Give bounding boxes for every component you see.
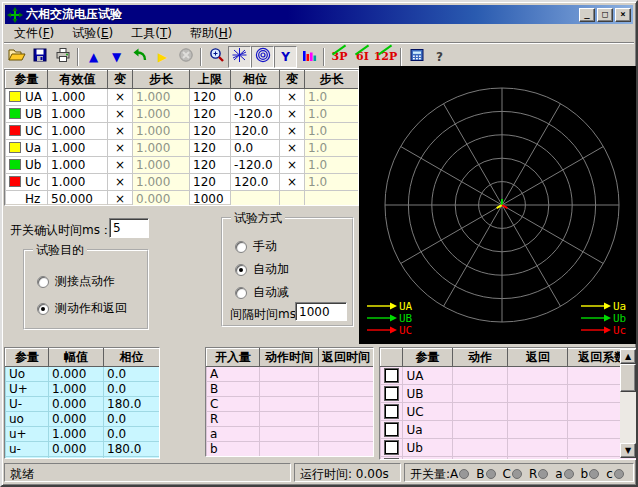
param-name-cell[interactable]: Ub [6, 157, 48, 174]
result-cell[interactable]: UC [403, 403, 452, 421]
radio-option[interactable]: 自动加 [235, 261, 289, 278]
param-cell[interactable]: 1.000 [48, 123, 108, 140]
result-cell[interactable]: UA [403, 367, 452, 385]
input-cell[interactable]: b [207, 442, 260, 457]
seq-cell[interactable]: 0.0 [104, 382, 160, 397]
result-cell[interactable]: Ua [403, 421, 452, 439]
seq-cell[interactable] [49, 457, 104, 460]
circle-view-button[interactable] [251, 46, 274, 68]
seq-cell[interactable] [6, 457, 49, 460]
param-cell[interactable]: 1.000 [48, 174, 108, 191]
param-name-cell[interactable]: UA [6, 89, 48, 106]
param-cell[interactable]: × [280, 140, 305, 157]
seq-cell[interactable]: 0.000 [49, 412, 104, 427]
seq-cell[interactable]: U+ [6, 382, 49, 397]
result-check-cell[interactable] [381, 439, 403, 457]
seq-cell[interactable]: 0.0 [104, 367, 160, 382]
param-cell[interactable]: 1.0 [305, 157, 359, 174]
param-cell[interactable]: × [108, 106, 133, 123]
radio-button[interactable] [37, 303, 49, 315]
result-cell[interactable]: Uc [403, 457, 452, 461]
input-cell[interactable]: C [207, 397, 260, 412]
param-cell[interactable]: 1.000 [133, 106, 190, 123]
input-cell[interactable] [319, 382, 374, 397]
input-cell[interactable] [260, 427, 319, 442]
param-cell[interactable]: × [108, 174, 133, 191]
param-cell[interactable] [231, 191, 280, 207]
result-cell[interactable] [508, 385, 568, 403]
radio-option[interactable]: 手动 [235, 238, 277, 255]
param-cell[interactable]: 120 [190, 106, 231, 123]
input-cell[interactable]: c [207, 457, 260, 458]
seq-cell[interactable]: 0.000 [49, 442, 104, 457]
param-cell[interactable]: -120.0 [231, 157, 280, 174]
param-cell[interactable]: 1000 [190, 191, 231, 207]
result-scrollbar[interactable]: ▲▼ [620, 349, 636, 458]
result-cell[interactable] [452, 403, 508, 421]
param-cell[interactable]: 50.000 [48, 191, 108, 207]
input-cell[interactable] [319, 442, 374, 457]
param-cell[interactable]: 120.0 [231, 123, 280, 140]
param-cell[interactable]: × [108, 123, 133, 140]
param-cell[interactable]: 0.0 [231, 140, 280, 157]
input-cell[interactable]: A [207, 367, 260, 382]
input-cell[interactable] [319, 427, 374, 442]
param-cell[interactable]: × [280, 89, 305, 106]
result-scroll-down[interactable]: ▼ [620, 443, 636, 458]
seq-cell[interactable]: 0.000 [49, 367, 104, 382]
param-cell[interactable]: 120.0 [231, 174, 280, 191]
input-cell[interactable]: R [207, 412, 260, 427]
param-cell[interactable]: 1.000 [133, 123, 190, 140]
radio-button[interactable] [235, 287, 247, 299]
input-cell[interactable] [260, 442, 319, 457]
result-cell[interactable] [452, 367, 508, 385]
param-cell[interactable]: × [108, 140, 133, 157]
param-name-cell[interactable]: UB [6, 106, 48, 123]
param-cell[interactable]: × [108, 89, 133, 106]
param-cell[interactable]: × [108, 157, 133, 174]
result-cell[interactable] [508, 439, 568, 457]
result-checkbox[interactable] [385, 405, 398, 418]
param-cell[interactable]: 1.0 [305, 140, 359, 157]
param-cell[interactable]: 1.000 [48, 106, 108, 123]
input-cell[interactable] [260, 457, 319, 458]
param-cell[interactable]: 0.0 [231, 89, 280, 106]
result-check-cell[interactable] [381, 421, 403, 439]
help-button[interactable]: ? [428, 46, 451, 68]
param-cell[interactable]: -120.0 [231, 106, 280, 123]
result-check-cell[interactable] [381, 367, 403, 385]
input-cell[interactable] [319, 367, 374, 382]
result-cell[interactable] [452, 385, 508, 403]
param-cell[interactable]: × [280, 174, 305, 191]
param-cell[interactable] [280, 191, 305, 207]
calculator-button[interactable] [405, 46, 428, 68]
param-cell[interactable]: 1.0 [305, 106, 359, 123]
param-cell[interactable]: × [280, 123, 305, 140]
param-cell[interactable]: 120 [190, 140, 231, 157]
param-cell[interactable]: 120 [190, 157, 231, 174]
param-cell[interactable]: 1.000 [133, 140, 190, 157]
lower-button[interactable]: ▼ [105, 46, 128, 68]
radio-option[interactable]: 测接点动作 [37, 273, 115, 290]
result-checkbox[interactable] [385, 369, 398, 382]
seq-cell[interactable] [104, 457, 160, 460]
menu-item[interactable]: 文件(F) [5, 24, 63, 43]
seq-cell[interactable]: 1.000 [49, 427, 104, 442]
param-cell[interactable]: 120 [190, 174, 231, 191]
radio-option[interactable]: 自动减 [235, 284, 289, 301]
menu-item[interactable]: 工具(T) [122, 24, 181, 43]
vector-view-button[interactable] [228, 46, 251, 68]
result-cell[interactable] [452, 439, 508, 457]
param-cell[interactable]: 1.000 [133, 157, 190, 174]
confirm-time-input[interactable] [109, 218, 149, 238]
param-name-cell[interactable]: Ua [6, 140, 48, 157]
input-cell[interactable] [260, 382, 319, 397]
result-checkbox[interactable] [385, 459, 398, 460]
interval-input[interactable] [295, 302, 347, 321]
param-cell[interactable]: 1.0 [305, 123, 359, 140]
param-cell[interactable]: 120 [190, 123, 231, 140]
result-cell[interactable] [508, 367, 568, 385]
param-name-cell[interactable]: Hz [6, 191, 48, 207]
param-name-cell[interactable]: Uc [6, 174, 48, 191]
input-cell[interactable] [260, 397, 319, 412]
